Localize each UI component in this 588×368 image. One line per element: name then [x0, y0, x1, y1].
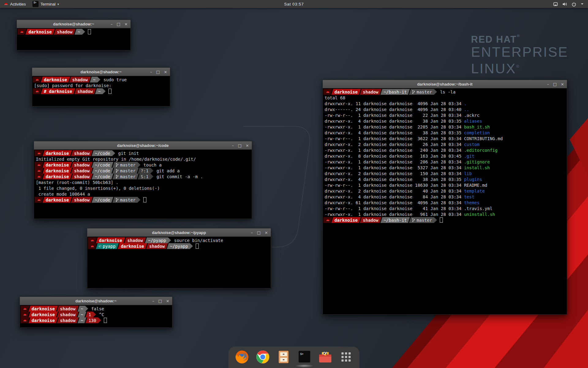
terminal-line: -rwxrwxr-x. 1 darknoise darknoise 206 Ja…: [323, 159, 567, 165]
output-text: [sudo] password for darknoise:: [33, 83, 111, 88]
terminal-line: drwx------. 24 darknoise darknoise 4096 …: [323, 106, 567, 112]
prompt-git-segment: master: [112, 168, 139, 174]
prompt-host-segment: shadow: [69, 77, 91, 82]
file-name-regular: .travis.yml: [464, 206, 492, 211]
terminal-line: -rwxrwxr-x. 1 darknoise darknoise 2205 J…: [323, 124, 567, 130]
prompt-git-segment: master: [112, 162, 141, 168]
terminal-content[interactable]: darknoiseshadow~/codegit initInitialized…: [34, 150, 252, 219]
prompt-path-segment: ~/code: [92, 174, 113, 179]
close-button[interactable]: ×: [265, 231, 268, 235]
maximize-button[interactable]: □: [257, 231, 261, 235]
output-text: create mode 100644 a: [35, 192, 90, 197]
terminal-line: [sudo] password for darknoise:: [33, 82, 170, 88]
close-button[interactable]: ×: [246, 144, 249, 148]
close-button[interactable]: ×: [124, 22, 128, 26]
prompt-host-segment: shadow: [360, 217, 382, 223]
dock-chrome-icon[interactable]: [255, 350, 270, 364]
terminal-window-bash-it: darknoise@shadow:~/bash-it – □ × darknoi…: [322, 80, 567, 315]
dock-firefox-icon[interactable]: [235, 350, 249, 364]
system-status-area[interactable]: [553, 0, 588, 8]
terminal-content[interactable]: darknoiseshadow~sudo true[sudo] password…: [32, 76, 170, 106]
dock-toolbox-icon[interactable]: [318, 350, 333, 364]
terminal-cursor: [88, 29, 91, 34]
window-titlebar[interactable]: darknoise@shadow:~ – □ ×: [17, 20, 130, 28]
dock-files-icon[interactable]: [276, 350, 291, 364]
output-text: -rw-rw-r--. 1 darknoise darknoise 22 Jan…: [323, 113, 464, 118]
maximize-button[interactable]: □: [158, 299, 162, 303]
output-text: [master (root-commit) 50bcb63] .: [35, 180, 119, 185]
minimize-button[interactable]: –: [251, 231, 253, 235]
prompt-user-segment: darknoise: [28, 317, 58, 323]
window-titlebar[interactable]: darknoise@shadow:~ – □ ×: [32, 68, 170, 76]
redhat-prompt-icon: [323, 217, 332, 223]
maximize-button[interactable]: □: [156, 70, 160, 74]
output-text: drwxrwxr-x. 2 darknoise darknoise 40 Jan…: [323, 189, 464, 194]
prompt-git-segment: master: [112, 174, 139, 179]
terminal-line: -rw-rw-r--. 1 darknoise darknoise 18630 …: [323, 182, 567, 188]
window-titlebar[interactable]: darknoise@shadow:~/bash-it – □ ×: [323, 80, 567, 88]
redhat-prompt-icon: [35, 197, 43, 203]
terminal-content[interactable]: darknoiseshadow~: [17, 28, 130, 50]
terminal-window-pyapp: darknoise@shadow:~/pyapp – □ × darknoise…: [87, 228, 271, 289]
terminal-line: total 68: [323, 95, 567, 101]
prompt-user-segment: darknoise: [96, 237, 125, 243]
app-menu-terminal[interactable]: $> Terminal ▾: [29, 0, 62, 8]
terminal-line: drwxrwxr-x. 8 darknoise darknoise 163 Ja…: [323, 153, 567, 159]
prompt-path-segment: ~/code: [92, 162, 113, 168]
terminal-cursor: [440, 217, 443, 223]
terminal-line: -rw-rw-r--. 1 darknoise darknoise 3622 J…: [323, 136, 567, 141]
terminal-line: 1 file changed, 0 insertions(+), 0 delet…: [35, 185, 252, 191]
window-title: darknoise@shadow:~: [53, 22, 94, 26]
terminal-line: darknoiseshadow~/codegit init: [35, 150, 252, 156]
close-button[interactable]: ×: [164, 70, 167, 74]
dock: $>: [228, 347, 360, 368]
output-text: drwx------. 24 darknoise darknoise 4096 …: [323, 107, 464, 112]
window-titlebar[interactable]: darknoise@shadow:~/code – □ ×: [34, 141, 252, 150]
maximize-button[interactable]: □: [238, 144, 242, 148]
terminal-line: -rwxrwxr-x. 1 darknoise darknoise 240 Ja…: [323, 147, 567, 153]
prompt-path-segment: ~: [77, 317, 86, 323]
maximize-button[interactable]: □: [117, 22, 120, 26]
top-bar: Activities $> Terminal ▾ Sat 03:57: [0, 0, 588, 8]
prompt-host-segment: shadow: [71, 174, 93, 179]
redhat-prompt-icon: [35, 162, 43, 168]
terminal-line: # darknoiseshadow~: [33, 88, 170, 94]
registered-mark: ®: [516, 64, 520, 69]
dock-terminal-icon[interactable]: $>: [297, 350, 312, 364]
file-name-directory: lib: [464, 171, 472, 176]
close-button[interactable]: ×: [561, 82, 564, 86]
terminal-content[interactable]: darknoiseshadow~/bash-itmasterls -latota…: [323, 88, 567, 314]
minimize-button[interactable]: –: [547, 82, 549, 86]
terminal-line: darknoiseshadow~/pyappsource bin/activat…: [88, 237, 271, 243]
minimize-button[interactable]: –: [111, 22, 113, 26]
minimize-button[interactable]: –: [150, 70, 152, 74]
terminal-content[interactable]: darknoiseshadow~/pyappsource bin/activat…: [87, 237, 271, 288]
prompt-path-segment: ~/code: [92, 168, 113, 174]
minimize-button[interactable]: –: [152, 299, 154, 303]
command-text: git add a: [153, 168, 180, 173]
clock[interactable]: Sat 03:57: [284, 2, 304, 6]
prompt-git-status-segment: ?:1: [138, 168, 153, 174]
terminal-line: drwxrwxr-x. 4 darknoise darknoise 38 Jan…: [323, 130, 567, 136]
prompt-path-segment: ~: [77, 312, 86, 317]
svg-text:$>: $>: [300, 352, 303, 355]
output-text: -rwxrwxr-x. 1 darknoise darknoise 961 Ja…: [323, 212, 464, 217]
redhat-prompt-icon: [35, 168, 43, 174]
close-button[interactable]: ×: [166, 299, 169, 303]
terminal-line: drwxrwxr-x. 4 darknoise darknoise 38 Jan…: [323, 176, 567, 182]
prompt-user-segment: darknoise: [43, 150, 72, 156]
window-titlebar[interactable]: darknoise@shadow:~ – □ ×: [20, 297, 172, 305]
maximize-button[interactable]: □: [553, 82, 557, 86]
redhat-prompt-icon: [33, 77, 42, 82]
output-text: -rwxrwxr-x. 1 darknoise darknoise 5327 J…: [323, 165, 464, 170]
prompt-host-segment: shadow: [57, 312, 79, 317]
activities-button[interactable]: Activities: [0, 0, 29, 8]
dock-app-grid-icon[interactable]: [339, 350, 353, 364]
terminal-line: drwxrwxr-x. 4 darknoise darknoise 84 Jan…: [323, 194, 567, 200]
redhat-prompt-icon: [21, 306, 29, 312]
command-text: ^C: [96, 312, 104, 317]
minimize-button[interactable]: –: [232, 144, 234, 148]
terminal-content[interactable]: darknoiseshadow~falsedarknoiseshadow~1^C…: [20, 305, 172, 328]
window-titlebar[interactable]: darknoise@shadow:~/pyapp – □ ×: [87, 228, 271, 237]
terminal-line: create mode 100644 a: [35, 191, 252, 197]
